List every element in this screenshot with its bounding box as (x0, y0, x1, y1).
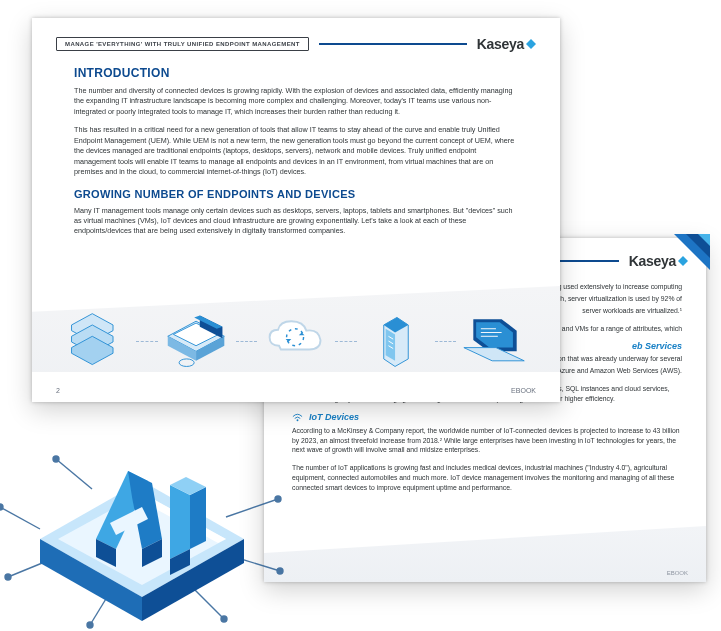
svg-marker-55 (170, 485, 190, 559)
svg-point-38 (221, 616, 227, 622)
section-iot: IoT Devices According to a McKinsey & Co… (292, 412, 682, 493)
intro-p2: This has resulted in a critical need for… (74, 125, 518, 177)
brand-accent-icon (678, 256, 688, 266)
brand-logo: Kaseya (629, 253, 688, 269)
page1-body: INTRODUCTION The number and diversity of… (74, 66, 518, 245)
svg-marker-57 (170, 477, 206, 495)
section-heading-fragment: eb Services (632, 341, 682, 351)
iot-heading: IoT Devices (309, 412, 359, 422)
connector-line (136, 341, 158, 342)
wifi-icon (292, 412, 303, 423)
smartphone-icon (363, 308, 429, 374)
svg-marker-51 (128, 471, 162, 549)
svg-point-4 (297, 419, 299, 421)
growing-heading: GROWING NUMBER OF ENDPOINTS AND DEVICES (74, 188, 518, 200)
footer-label: EBOOK (667, 570, 688, 576)
svg-point-36 (87, 622, 93, 628)
svg-marker-45 (40, 481, 244, 597)
brand-name: Kaseya (477, 36, 524, 52)
page1-footer: 2 EBOOK (56, 387, 536, 394)
svg-marker-56 (190, 487, 206, 549)
connector-line (435, 341, 457, 342)
cloud-sync-icon (263, 308, 329, 374)
brand-accent-icon (526, 39, 536, 49)
brand-logo: Kaseya (477, 36, 536, 52)
svg-point-44 (53, 456, 59, 462)
intro-p1: The number and diversity of connected de… (74, 86, 518, 117)
svg-marker-3 (678, 256, 688, 266)
svg-marker-49 (134, 493, 226, 543)
connector-line (335, 341, 357, 342)
page2-footer: EBOOK (282, 570, 688, 576)
ebook-page-2: MANAGE 'EVERYTHING' WITH TRULY UNIFIED E… (32, 18, 560, 402)
svg-point-15 (179, 359, 194, 367)
svg-line-33 (8, 559, 52, 577)
connector-line (236, 341, 258, 342)
header-tag: MANAGE 'EVERYTHING' WITH TRULY UNIFIED E… (56, 37, 309, 51)
intro-heading: INTRODUCTION (74, 66, 518, 80)
svg-line-43 (56, 459, 92, 489)
device-illustration-row (64, 302, 528, 380)
desktop-icon (164, 308, 230, 374)
server-icon (64, 308, 130, 374)
svg-line-31 (0, 507, 40, 529)
svg-marker-5 (526, 39, 536, 49)
svg-line-35 (90, 589, 112, 625)
iot-p1: According to a McKinsey & Company report… (292, 426, 682, 456)
header-rule (319, 43, 467, 45)
page-number: 2 (56, 387, 60, 394)
svg-marker-58 (170, 549, 190, 575)
footer-label: EBOOK (511, 387, 536, 394)
svg-marker-46 (40, 539, 142, 621)
page1-header: MANAGE 'EVERYTHING' WITH TRULY UNIFIED E… (56, 34, 536, 54)
growing-p1: Many IT management tools manage only cer… (74, 206, 518, 237)
svg-marker-54 (142, 539, 162, 567)
svg-marker-52 (110, 507, 148, 535)
svg-marker-47 (142, 539, 244, 621)
svg-marker-48 (58, 493, 226, 585)
svg-point-32 (0, 504, 3, 510)
svg-point-34 (5, 574, 11, 580)
laptop-icon (462, 308, 528, 374)
svg-marker-53 (96, 539, 116, 567)
iot-p2: The number of IoT applications is growin… (292, 463, 682, 493)
brand-name: Kaseya (629, 253, 676, 269)
svg-marker-50 (96, 471, 148, 549)
svg-line-37 (192, 587, 224, 619)
